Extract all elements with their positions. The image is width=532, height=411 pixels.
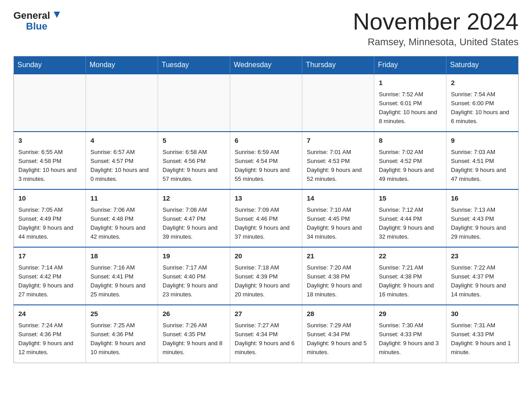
calendar-cell-w5-d3: 26Sunrise: 7:26 AMSunset: 4:35 PMDayligh… [158,305,230,363]
day-number: 7 [307,136,369,146]
day-number: 5 [163,136,225,146]
day-info: Sunrise: 7:22 AMSunset: 4:37 PMDaylight:… [451,263,514,300]
day-info: Sunrise: 7:17 AMSunset: 4:40 PMDaylight:… [163,263,225,300]
calendar-cell-w5-d7: 30Sunrise: 7:31 AMSunset: 4:33 PMDayligh… [446,305,519,363]
day-info: Sunrise: 7:25 AMSunset: 4:36 PMDaylight:… [90,321,153,357]
day-number: 8 [379,136,442,146]
calendar-cell-w3-d6: 15Sunrise: 7:12 AMSunset: 4:44 PMDayligh… [374,189,446,247]
calendar-table: Sunday Monday Tuesday Wednesday Thursday… [13,56,519,363]
calendar-week-4: 17Sunrise: 7:14 AMSunset: 4:42 PMDayligh… [14,247,519,305]
calendar-cell-w3-d3: 12Sunrise: 7:08 AMSunset: 4:47 PMDayligh… [158,189,230,247]
day-info: Sunrise: 7:54 AMSunset: 6:00 PMDaylight:… [451,90,514,126]
day-number: 3 [18,136,81,146]
calendar-cell-w1-d3 [158,74,230,132]
day-number: 6 [235,136,297,146]
page-header: General Blue November 2024 Ramsey, Minne… [13,9,519,48]
calendar-cell-w3-d4: 13Sunrise: 7:09 AMSunset: 4:46 PMDayligh… [230,189,302,247]
day-number: 28 [307,309,369,319]
day-info: Sunrise: 7:52 AMSunset: 6:01 PMDaylight:… [379,90,442,126]
day-number: 30 [451,309,514,319]
day-info: Sunrise: 6:59 AMSunset: 4:54 PMDaylight:… [235,148,297,184]
day-info: Sunrise: 7:31 AMSunset: 4:33 PMDaylight:… [451,321,514,357]
day-number: 19 [163,251,225,261]
day-number: 26 [163,309,225,319]
day-info: Sunrise: 7:14 AMSunset: 4:42 PMDaylight:… [18,263,81,300]
day-info: Sunrise: 7:20 AMSunset: 4:38 PMDaylight:… [307,263,369,300]
day-number: 10 [18,193,81,204]
day-number: 23 [451,251,514,261]
day-info: Sunrise: 7:27 AMSunset: 4:34 PMDaylight:… [235,321,297,357]
day-info: Sunrise: 7:06 AMSunset: 4:48 PMDaylight:… [90,206,153,242]
day-number: 13 [235,193,297,204]
calendar-cell-w4-d1: 17Sunrise: 7:14 AMSunset: 4:42 PMDayligh… [14,247,86,305]
calendar-cell-w4-d6: 22Sunrise: 7:21 AMSunset: 4:38 PMDayligh… [374,247,446,305]
day-info: Sunrise: 7:08 AMSunset: 4:47 PMDaylight:… [163,206,225,242]
calendar-cell-w5-d1: 24Sunrise: 7:24 AMSunset: 4:36 PMDayligh… [14,305,86,363]
day-number: 11 [90,193,153,204]
day-info: Sunrise: 7:13 AMSunset: 4:43 PMDaylight:… [451,206,514,242]
day-info: Sunrise: 7:29 AMSunset: 4:34 PMDaylight:… [307,321,369,357]
header-monday: Monday [86,56,158,74]
day-info: Sunrise: 7:26 AMSunset: 4:35 PMDaylight:… [163,321,225,357]
calendar-cell-w3-d5: 14Sunrise: 7:10 AMSunset: 4:45 PMDayligh… [302,189,374,247]
calendar-week-5: 24Sunrise: 7:24 AMSunset: 4:36 PMDayligh… [14,305,519,363]
day-number: 15 [379,193,442,204]
header-wednesday: Wednesday [230,56,302,74]
day-number: 27 [235,309,297,319]
calendar-cell-w2-d6: 8Sunrise: 7:02 AMSunset: 4:52 PMDaylight… [374,132,446,189]
day-number: 17 [18,251,81,261]
calendar-cell-w2-d5: 7Sunrise: 7:01 AMSunset: 4:53 PMDaylight… [302,132,374,189]
title-section: November 2024 Ramsey, Minnesota, United … [353,9,519,48]
calendar-cell-w4-d5: 21Sunrise: 7:20 AMSunset: 4:38 PMDayligh… [302,247,374,305]
day-number: 21 [307,251,369,261]
calendar-cell-w3-d7: 16Sunrise: 7:13 AMSunset: 4:43 PMDayligh… [446,189,519,247]
logo-triangle-icon [51,10,61,20]
day-info: Sunrise: 6:57 AMSunset: 4:57 PMDaylight:… [90,148,153,184]
calendar-cell-w5-d2: 25Sunrise: 7:25 AMSunset: 4:36 PMDayligh… [86,305,158,363]
calendar-week-1: 1Sunrise: 7:52 AMSunset: 6:01 PMDaylight… [14,74,519,132]
calendar-cell-w4-d4: 20Sunrise: 7:18 AMSunset: 4:39 PMDayligh… [230,247,302,305]
day-number: 1 [379,78,442,88]
calendar-cell-w1-d2 [86,74,158,132]
calendar-cell-w2-d4: 6Sunrise: 6:59 AMSunset: 4:54 PMDaylight… [230,132,302,189]
calendar-cell-w1-d6: 1Sunrise: 7:52 AMSunset: 6:01 PMDaylight… [374,74,446,132]
header-tuesday: Tuesday [158,56,230,74]
day-info: Sunrise: 7:02 AMSunset: 4:52 PMDaylight:… [379,148,442,184]
calendar-cell-w4-d2: 18Sunrise: 7:16 AMSunset: 4:41 PMDayligh… [86,247,158,305]
day-number: 16 [451,193,514,204]
day-info: Sunrise: 7:03 AMSunset: 4:51 PMDaylight:… [451,148,514,184]
day-number: 14 [307,193,369,204]
day-number: 29 [379,309,442,319]
day-info: Sunrise: 7:10 AMSunset: 4:45 PMDaylight:… [307,206,369,242]
calendar-cell-w1-d1 [14,74,86,132]
day-number: 4 [90,136,153,146]
calendar-cell-w1-d5 [302,74,374,132]
day-info: Sunrise: 6:58 AMSunset: 4:56 PMDaylight:… [163,148,225,184]
calendar-cell-w2-d2: 4Sunrise: 6:57 AMSunset: 4:57 PMDaylight… [86,132,158,189]
calendar-cell-w1-d4 [230,74,302,132]
calendar-cell-w4-d3: 19Sunrise: 7:17 AMSunset: 4:40 PMDayligh… [158,247,230,305]
day-number: 25 [90,309,153,319]
calendar-cell-w2-d7: 9Sunrise: 7:03 AMSunset: 4:51 PMDaylight… [446,132,519,189]
day-info: Sunrise: 7:09 AMSunset: 4:46 PMDaylight:… [235,206,297,242]
calendar-cell-w4-d7: 23Sunrise: 7:22 AMSunset: 4:37 PMDayligh… [446,247,519,305]
main-title: November 2024 [353,9,519,34]
day-number: 12 [163,193,225,204]
day-info: Sunrise: 7:18 AMSunset: 4:39 PMDaylight:… [235,263,297,300]
day-number: 18 [90,251,153,261]
calendar-cell-w5-d4: 27Sunrise: 7:27 AMSunset: 4:34 PMDayligh… [230,305,302,363]
header-thursday: Thursday [302,56,374,74]
calendar-cell-w3-d2: 11Sunrise: 7:06 AMSunset: 4:48 PMDayligh… [86,189,158,247]
calendar-cell-w1-d7: 2Sunrise: 7:54 AMSunset: 6:00 PMDaylight… [446,74,519,132]
calendar-cell-w2-d1: 3Sunrise: 6:55 AMSunset: 4:58 PMDaylight… [14,132,86,189]
header-saturday: Saturday [446,56,519,74]
day-number: 20 [235,251,297,261]
svg-marker-0 [54,12,60,18]
day-number: 24 [18,309,81,319]
day-info: Sunrise: 7:05 AMSunset: 4:49 PMDaylight:… [18,206,81,242]
day-info: Sunrise: 7:21 AMSunset: 4:38 PMDaylight:… [379,263,442,300]
calendar-cell-w5-d5: 28Sunrise: 7:29 AMSunset: 4:34 PMDayligh… [302,305,374,363]
calendar-week-2: 3Sunrise: 6:55 AMSunset: 4:58 PMDaylight… [14,132,519,189]
day-number: 2 [451,78,514,88]
day-info: Sunrise: 6:55 AMSunset: 4:58 PMDaylight:… [18,148,81,184]
